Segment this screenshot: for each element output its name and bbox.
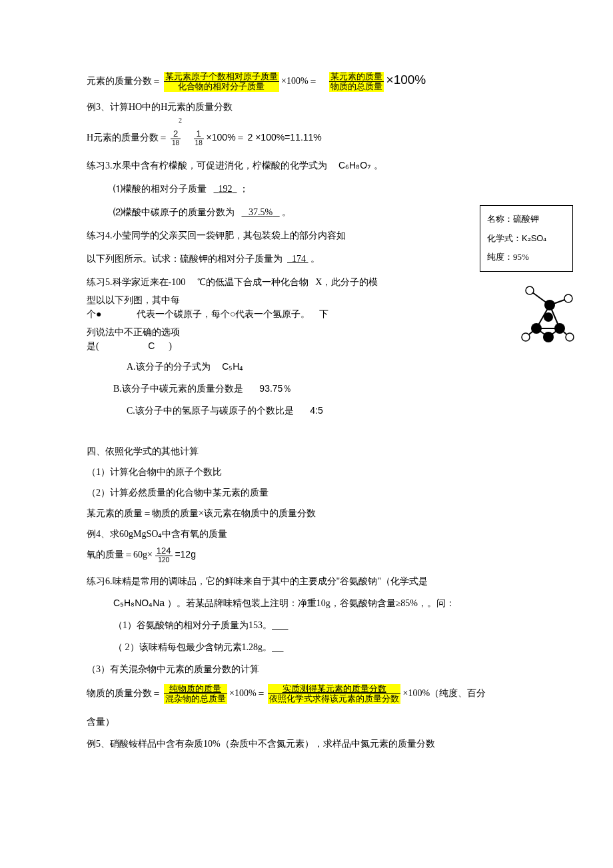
eq1-frac2: 某元素的质量 物质的总质量 [329, 72, 384, 92]
section-3-i3: （3）有关混杂物中元素的质量分数的计算 [87, 662, 526, 676]
box-purity: 纯度：95% [487, 248, 566, 267]
practice-6-l2: C₅H₈NO₄Na ）。若某品牌味精包装上注明：净重10g，谷氨酸钠含量≥85%… [87, 596, 526, 610]
eq2-frac2: 实质测得某元素的质量分数 依照化学式求得该元素的质量分数 [268, 684, 400, 704]
practice-5-b: B.该分子中碳元素的质量分数是 93.75％ [87, 382, 526, 396]
answer-174: 174 [287, 254, 308, 264]
practice-3-q2: ⑵檬酸中碳原子的质量分数为 37.5% 。 [87, 205, 526, 219]
practice-5-l2: 型以以下列图，其中每 个● 代表一个碳原子，每个○代表一个氢原子。 下 [87, 293, 526, 321]
example-5: 例5、硝酸铵样品中含有杂质10%（杂质中不含氮元素），求样品中氮元素的质量分数 [87, 737, 526, 751]
eq1-lhs: 元素的质量分数＝ [87, 76, 161, 86]
example-4-calc: 氧的质量＝60g× 124 120 =12g [87, 546, 526, 564]
section-4-i2: （2）计算必然质量的化合物中某元素的质量 [87, 486, 526, 500]
substance-fraction-formula: 物质的质量分数＝ 纯物质的质量 混杂物的总质量 ×100%＝ 实质测得某元素的质… [87, 684, 526, 704]
ex3-frac1b: 1 18 [194, 129, 204, 147]
practice-4-l1: 练习4.小莹同学的父亲买回一袋钾肥，其包装袋上的部分内容如 [87, 228, 526, 242]
practice-6-q2: （ 2）该味精每包最少含钠元素1.28g。 [87, 640, 526, 654]
svg-point-12 [566, 333, 574, 341]
box-name: 名称：硫酸钾 [487, 210, 566, 229]
section-4-formula: 某元素的质量＝物质的质量×该元素在物质中的质量分数 [87, 506, 526, 520]
mass-fraction-formula: 元素的质量分数＝ 某元素原子个数相对原子质量 化合物的相对分子质量 ×100%＝… [87, 71, 526, 92]
answer-375: 37.5% [242, 207, 280, 217]
ex4-frac: 124 120 [155, 546, 173, 564]
practice-5-l1: 练习5.科学家近来在-100 ℃的低温下合成一种化合物 X，此分子的模 [87, 275, 526, 289]
molecule-icon [516, 278, 576, 352]
eq2-frac1: 纯物质的质量 混杂物的总质量 [164, 684, 227, 704]
practice-6-l1: 练习6.味精是常用的调味品，它的鲜味来自于其中的主要成分"谷氨酸钠"（化学式是 [87, 574, 526, 588]
svg-point-11 [522, 333, 530, 341]
section-4-head: 四、依照化学式的其他计算 [87, 444, 526, 458]
box-formula: 化学式：K₂SO₄ [487, 229, 566, 248]
svg-point-9 [526, 286, 534, 294]
svg-point-16 [543, 332, 554, 342]
practice-3: 练习3.水果中含有柠檬酸，可促进消化，柠檬酸的化学式为 C₆H₈O₇ 。 [87, 159, 526, 173]
molecule-diagram [516, 278, 576, 356]
svg-point-15 [554, 323, 565, 334]
section-4-i1: （1）计算化合物中的原子个数比 [87, 465, 526, 479]
fertilizer-info-box: 名称：硫酸钾 化学式：K₂SO₄ 纯度：95% [480, 205, 573, 272]
practice-3-q1: ⑴檬酸的相对分子质量 192 ； [87, 182, 526, 196]
answer-192: 192 [214, 184, 237, 194]
svg-point-17 [544, 312, 553, 322]
practice-4-l2: 以下列图所示。试求：硫酸钾的相对分子质量为 174 。 [87, 252, 526, 266]
eq2-tail2: 含量） [87, 715, 526, 729]
svg-point-10 [564, 294, 572, 302]
svg-point-13 [544, 300, 555, 310]
svg-point-14 [531, 323, 542, 334]
example-4: 例4、求60gMgSO₄中含有氧的质量 [87, 527, 526, 541]
eq1-tail: ×100% [386, 73, 426, 87]
eq1-mid: ×100%＝ [281, 76, 318, 86]
practice-5-c: C.该分子中的氢原子与碳原子的个数比是 4:5 [87, 404, 526, 418]
example-3-calc: H元素的质量分数＝ 2 18 1 18 ×100%＝ 2 ×100%=11.11… [87, 129, 526, 147]
ex3-frac1: 2 18 [171, 129, 181, 147]
practice-5-l3: 列说法中不正确的选项 是( C ) [87, 325, 526, 353]
subscript-2: 2 [87, 115, 526, 125]
eq1-frac1: 某元素原子个数相对原子质量 化合物的相对分子质量 [164, 72, 279, 92]
practice-6-q1: （1）谷氨酸钠的相对分子质量为153。 [87, 618, 526, 632]
example-3-title: 例3、计算HO中的H元素的质量分数 [87, 100, 526, 114]
practice-5-a: A.该分子的分子式为 C₅H₄ [87, 360, 526, 374]
